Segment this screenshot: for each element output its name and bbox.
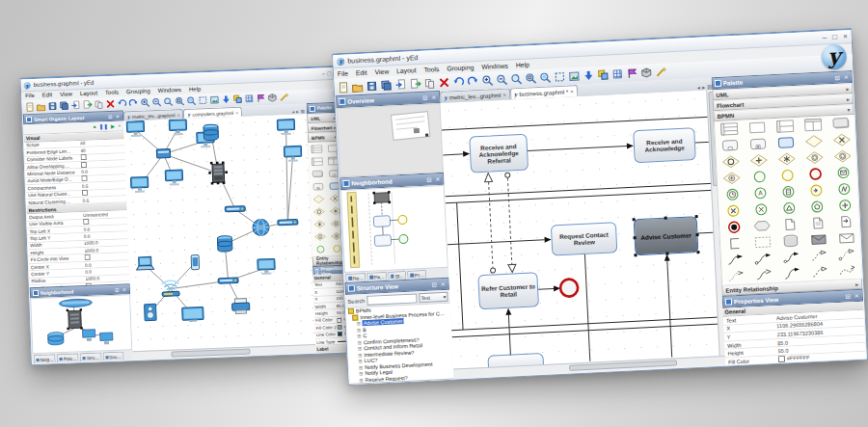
search-input[interactable] <box>366 293 418 306</box>
toolbar-save-icon[interactable] <box>46 101 57 112</box>
palette-item-edge-open[interactable] <box>749 266 778 283</box>
palette-item-gateway-circle[interactable] <box>800 148 828 166</box>
menu-view[interactable]: View <box>56 91 76 97</box>
menu-tools[interactable]: Tools <box>420 65 443 72</box>
palette-item-envelope[interactable] <box>831 229 860 247</box>
checkbox[interactable] <box>84 254 90 260</box>
toolbar-zoom-out-icon[interactable] <box>150 96 161 107</box>
toolbar-save-as-icon[interactable] <box>58 100 68 111</box>
toolbar-wand-icon[interactable] <box>654 65 668 79</box>
toolbar-zoom-area-icon[interactable] <box>524 71 538 86</box>
dock-tab[interactable]: Pale... <box>57 353 79 362</box>
toolbar-zoom-actual-icon[interactable] <box>509 71 524 86</box>
palette-item-pool-lanes[interactable] <box>715 120 744 138</box>
toolbar-image-icon[interactable] <box>208 94 219 105</box>
toolbar-cube-icon[interactable] <box>266 93 277 103</box>
setting-value[interactable]: 0.0 <box>85 268 129 275</box>
toolbar-redo-icon[interactable] <box>466 73 480 88</box>
dock-tab[interactable]: St... <box>388 271 407 280</box>
toolbar-wand-icon[interactable] <box>278 92 288 102</box>
setting-value[interactable]: 0.0 <box>83 226 127 232</box>
selection-handle[interactable] <box>696 251 699 254</box>
back-neighborhood-preview[interactable] <box>30 294 132 354</box>
palette-item-rect-dashed[interactable] <box>748 233 777 251</box>
palette-item-gateway-ring[interactable] <box>311 204 327 218</box>
bpmn-node[interactable]: Refer Customer to Retail <box>477 272 539 309</box>
selection-handle[interactable] <box>665 253 668 255</box>
more-icon[interactable]: + <box>118 122 121 128</box>
panel-buttons[interactable]: ⊡ ✕ <box>846 292 860 300</box>
close-tab-icon[interactable]: × <box>235 109 238 115</box>
network-node-monitor[interactable] <box>169 120 187 136</box>
palette-item-event-end[interactable] <box>800 165 829 182</box>
toolbar-zoom-fit-icon[interactable] <box>538 70 553 85</box>
dock-tab[interactable]: Neig... <box>33 354 56 363</box>
palette-item-rrect-shadow[interactable] <box>827 115 855 132</box>
menu-file[interactable]: File <box>21 93 39 99</box>
toolbar-redo-icon[interactable] <box>127 97 138 108</box>
toolbar-snap-icon[interactable] <box>596 67 610 82</box>
palette-item-event-yellow[interactable] <box>773 167 801 184</box>
menu-help[interactable]: Help <box>185 86 205 93</box>
toolbar-snap-icon[interactable] <box>231 93 242 104</box>
palette-item-gateway-double[interactable] <box>827 147 856 165</box>
palette-item-page-arrow[interactable] <box>831 213 860 230</box>
checkbox[interactable] <box>80 154 86 160</box>
palette-item-event-signal[interactable]: A <box>746 184 774 201</box>
palette-item-task-active[interactable] <box>772 134 800 151</box>
palette-item-event-terminate[interactable] <box>719 219 748 236</box>
palette-item-event-doc[interactable] <box>773 183 802 200</box>
palette-item-event-start[interactable] <box>745 168 773 185</box>
network-node-monitor[interactable] <box>165 170 183 186</box>
toolbar-zoom-fit-icon[interactable] <box>185 95 196 106</box>
palette-item-page[interactable] <box>775 216 804 233</box>
minimize-button[interactable]: – <box>823 33 827 41</box>
palette-item-edge-dashed[interactable] <box>804 247 833 264</box>
panel-buttons[interactable]: ⊡ ✕ <box>115 286 127 292</box>
toolbar-grid-icon[interactable] <box>610 67 625 81</box>
network-node-db[interactable] <box>203 124 219 141</box>
toolbar-open-icon[interactable] <box>350 79 365 93</box>
network-node-phone[interactable] <box>191 254 200 269</box>
setting-value[interactable]: 0.0 <box>85 261 129 268</box>
toolbar-export-icon[interactable] <box>81 99 92 110</box>
menu-layout[interactable]: Layout <box>393 66 420 73</box>
overview-minimap[interactable] <box>337 103 444 177</box>
run-layout-icon[interactable]: ▶ <box>111 123 115 129</box>
toolbar-zoom-out-icon[interactable] <box>495 72 509 87</box>
network-node-db[interactable] <box>217 236 232 253</box>
palette-item-pool-2lanes[interactable] <box>771 118 800 135</box>
bpmn-node[interactable]: Receive and Acknowledge <box>633 127 696 163</box>
toolbar-cube-icon[interactable] <box>639 66 654 80</box>
setting-value[interactable]: 1000.0 <box>84 240 128 247</box>
back-palette-section-entity[interactable]: Entity Relationship▸ <box>312 255 345 266</box>
checkbox[interactable] <box>81 162 87 168</box>
menu-layout[interactable]: Layout <box>76 90 101 96</box>
toolbar-grid-icon[interactable] <box>243 93 254 104</box>
palette-item-gateway-plus[interactable] <box>744 151 773 169</box>
close-tab-icon[interactable]: × <box>176 112 179 118</box>
menu-tools[interactable]: Tools <box>101 89 122 95</box>
maximize-button[interactable]: □ <box>832 33 837 41</box>
palette-item-event-zigzag[interactable] <box>829 180 858 198</box>
toolbar-save-as-icon[interactable] <box>379 78 393 93</box>
toolbar-zoom-area-icon[interactable] <box>174 95 184 106</box>
palette-item-edge-solid2[interactable] <box>748 250 777 267</box>
network-node-laptop[interactable] <box>136 256 153 270</box>
palette-item-event-arrow[interactable] <box>801 181 830 199</box>
toolbar-copy-icon[interactable] <box>422 76 437 91</box>
checkbox[interactable] <box>82 190 88 196</box>
properties-grid[interactable]: GeneralTextAdvise CustomerX1106.29655286… <box>722 302 866 365</box>
dock-tab[interactable]: Stru... <box>80 352 102 361</box>
menu-help[interactable]: Help <box>512 61 533 68</box>
panel-buttons[interactable]: ⊡ ✕ <box>422 93 437 101</box>
toolbar-fit-rect-icon[interactable] <box>197 95 207 106</box>
setting-value[interactable]: 0.5 <box>82 197 126 203</box>
palette-item-pool-cols[interactable] <box>799 116 827 133</box>
toolbar-import-icon[interactable] <box>393 77 408 92</box>
menu-grouping[interactable]: Grouping <box>443 64 477 72</box>
palette-item-event-pentagon[interactable] <box>802 198 831 215</box>
palette-item-bracket[interactable] <box>720 235 749 253</box>
toolbar-open-icon[interactable] <box>35 101 45 112</box>
palette-item-gateway[interactable] <box>800 132 828 149</box>
